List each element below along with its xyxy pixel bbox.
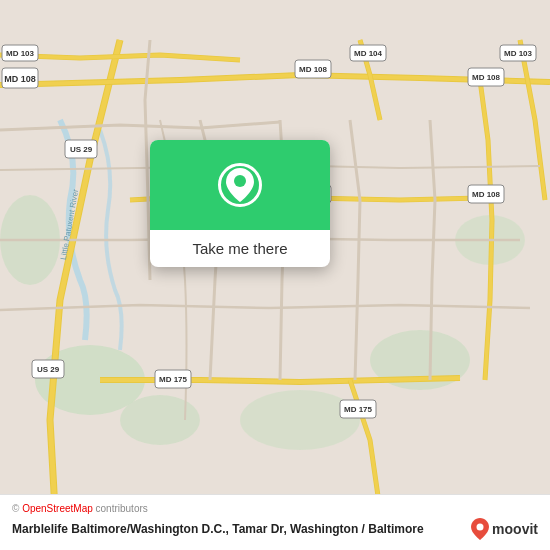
- map-svg: MD 108 MD 103 MD 104 MD 103 MD 108 MD 10…: [0, 0, 550, 550]
- copyright-text: ©: [12, 503, 22, 514]
- svg-text:MD 103: MD 103: [6, 49, 35, 58]
- svg-text:US 29: US 29: [70, 145, 93, 154]
- svg-text:MD 175: MD 175: [344, 405, 373, 414]
- moovit-text: moovit: [492, 521, 538, 537]
- svg-text:MD 103: MD 103: [504, 49, 533, 58]
- bottom-bar: © OpenStreetMap contributors Marblelife …: [0, 494, 550, 550]
- svg-point-33: [477, 524, 484, 531]
- map-container: MD 108 MD 103 MD 104 MD 103 MD 108 MD 10…: [0, 0, 550, 550]
- copyright-line: © OpenStreetMap contributors: [12, 503, 538, 514]
- contributors-text: contributors: [93, 503, 148, 514]
- popup-card: Take me there: [150, 140, 330, 267]
- svg-text:MD 108: MD 108: [4, 74, 36, 84]
- svg-point-2: [120, 395, 200, 445]
- popup-button-section: Take me there: [150, 230, 330, 267]
- svg-text:MD 108: MD 108: [299, 65, 328, 74]
- svg-text:MD 108: MD 108: [472, 190, 501, 199]
- svg-point-32: [234, 175, 246, 187]
- moovit-pin-icon: [471, 518, 489, 540]
- title-and-logo-row: Marblelife Baltimore/Washington D.C., Ta…: [12, 518, 538, 540]
- popup-green-header: [150, 140, 330, 230]
- svg-text:MD 108: MD 108: [472, 73, 501, 82]
- location-title: Marblelife Baltimore/Washington D.C., Ta…: [12, 522, 463, 536]
- location-pin-icon: [218, 163, 262, 207]
- take-me-there-button[interactable]: Take me there: [192, 240, 287, 257]
- svg-point-5: [240, 390, 360, 450]
- svg-text:MD 175: MD 175: [159, 375, 188, 384]
- osm-link[interactable]: OpenStreetMap: [22, 503, 93, 514]
- svg-text:US 29: US 29: [37, 365, 60, 374]
- moovit-logo: moovit: [471, 518, 538, 540]
- svg-text:MD 104: MD 104: [354, 49, 383, 58]
